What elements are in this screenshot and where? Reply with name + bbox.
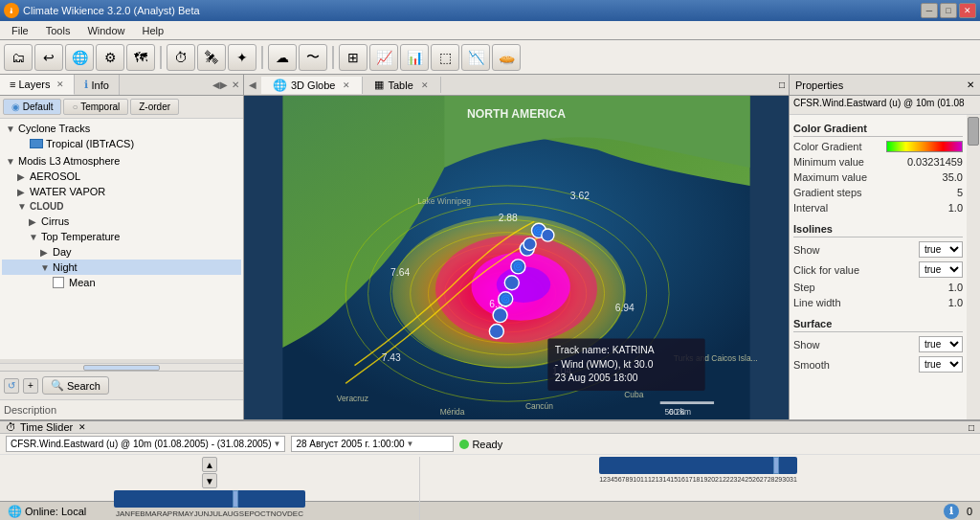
right-track-bar[interactable] bbox=[599, 457, 797, 474]
layer-color-icon bbox=[30, 139, 43, 148]
timeslider-title: Time Slider bbox=[20, 421, 73, 433]
line-width-label: Line width bbox=[793, 297, 905, 308]
subtab-default[interactable]: ◉ Default bbox=[3, 99, 61, 115]
left-track-thumb[interactable] bbox=[233, 490, 238, 508]
layer-time-label: CFSR.Wind.Eastward (u) @ 10m (01.08.2005… bbox=[11, 439, 272, 449]
surface-show-select[interactable]: true false bbox=[919, 336, 963, 352]
toolbar-btn-bar[interactable]: 📊 bbox=[400, 44, 429, 71]
timeslider-close[interactable]: ✕ bbox=[78, 422, 86, 432]
toolbar-btn-cloud[interactable]: ☁ bbox=[268, 44, 297, 71]
menu-help[interactable]: Help bbox=[135, 23, 172, 38]
current-time-dropdown[interactable]: 28 Август 2005 г. 1:00:00 ▼ bbox=[291, 436, 454, 452]
svg-point-27 bbox=[489, 324, 503, 338]
toolbar-sep-2 bbox=[261, 46, 263, 69]
tree-item-cyclone-tracks[interactable]: ▼ Cyclone Tracks bbox=[2, 121, 241, 136]
center-left-btn[interactable]: ◀ bbox=[249, 79, 256, 90]
max-val: 35.0 bbox=[905, 171, 963, 183]
tree-item-water-vapor[interactable]: ▶ WATER VAPOR bbox=[2, 184, 241, 199]
toolbar-btn-select[interactable]: ⬚ bbox=[431, 44, 459, 71]
toolbar-btn-2[interactable]: ↩ bbox=[34, 44, 63, 71]
add-btn[interactable]: + bbox=[23, 378, 38, 394]
search-button[interactable]: 🔍 Search bbox=[42, 376, 109, 395]
tree-item-day[interactable]: ▶ Day bbox=[2, 244, 241, 260]
tree-item-aerosol[interactable]: ▶ AEROSOL bbox=[2, 169, 241, 184]
panel-nav-btn[interactable]: ◀▶ bbox=[212, 79, 228, 90]
day-26: 26 bbox=[752, 476, 760, 483]
tab-layers-close[interactable]: ✕ bbox=[56, 79, 64, 89]
toolbar-btn-wave[interactable]: 〜 bbox=[299, 44, 327, 71]
layers-icon: ≡ bbox=[10, 79, 15, 90]
right-track-thumb[interactable] bbox=[773, 457, 779, 474]
svg-text:2.88: 2.88 bbox=[499, 213, 518, 223]
toolbar-btn-gear[interactable]: ⚙ bbox=[96, 44, 124, 71]
timeline-down-btn[interactable]: ▼ bbox=[202, 473, 217, 488]
toolbar-btn-curve[interactable]: 📈 bbox=[369, 44, 398, 71]
subtab-temporal[interactable]: ○ Temporal bbox=[63, 99, 128, 115]
timeslider-maxbtn[interactable]: □ bbox=[969, 422, 974, 433]
tab-globe-close[interactable]: ✕ bbox=[343, 80, 350, 90]
properties-close[interactable]: ✕ bbox=[967, 79, 974, 90]
gradient-bar[interactable] bbox=[886, 141, 963, 152]
svg-rect-40 bbox=[660, 401, 714, 404]
timeline-up-btn[interactable]: ▲ bbox=[202, 457, 217, 472]
minimize-button[interactable]: ─ bbox=[921, 3, 938, 18]
toolbar-btn-clock[interactable]: ⏱ bbox=[167, 44, 195, 71]
mean-checkbox[interactable] bbox=[53, 277, 64, 288]
toolbar-btn-line[interactable]: 📉 bbox=[461, 44, 490, 71]
menu-window[interactable]: Window bbox=[79, 23, 132, 38]
tree-item-cirrus[interactable]: ▶ Cirrus bbox=[2, 214, 241, 229]
close-button[interactable]: ✕ bbox=[959, 3, 976, 18]
menu-file[interactable]: File bbox=[4, 23, 36, 38]
smooth-select[interactable]: true false bbox=[919, 356, 963, 373]
gradient-label: Color Gradient bbox=[793, 141, 886, 152]
section-surface: Surface bbox=[793, 314, 963, 332]
tree-item-top-temp[interactable]: ▼ Top Temperature bbox=[2, 229, 241, 244]
toolbar-btn-map[interactable]: 🗺 bbox=[126, 44, 155, 71]
isolines-show-select[interactable]: true false bbox=[919, 241, 963, 258]
click-val-select[interactable]: true false bbox=[919, 261, 963, 278]
day-25: 25 bbox=[745, 476, 752, 483]
subtab-temporal-label: Temporal bbox=[80, 102, 120, 112]
toolbar-btn-star[interactable]: ✦ bbox=[228, 44, 256, 71]
online-label: Online: Local bbox=[25, 506, 86, 517]
panel-close-btn[interactable]: ✕ bbox=[232, 79, 239, 90]
toolbar-btn-satellite[interactable]: 🛰 bbox=[197, 44, 226, 71]
refresh-btn[interactable]: ↺ bbox=[4, 378, 19, 394]
tree-item-modis[interactable]: ▼ Modis L3 Atmosphere bbox=[2, 153, 241, 169]
map-container[interactable]: 3.62 2.88 7.64 6.95 6.94 7.43 1.04 6.26 bbox=[244, 96, 789, 419]
tab-3d-globe[interactable]: 🌐 3D Globe ✕ bbox=[261, 77, 363, 94]
layer-sub-tabs: ◉ Default ○ Temporal Z-order bbox=[0, 96, 243, 119]
current-time-label: 28 Август 2005 г. 1:00:00 bbox=[296, 439, 404, 449]
day-14: 14 bbox=[663, 476, 671, 483]
tree-item-tropical[interactable]: Tropical (IBTrACS) bbox=[2, 136, 241, 151]
left-track-bar[interactable] bbox=[114, 490, 305, 508]
tree-item-mean[interactable]: Mean bbox=[2, 275, 241, 290]
info-icon: ℹ bbox=[84, 79, 88, 91]
tab-layers-label: Layers bbox=[18, 79, 50, 90]
tab-layers[interactable]: ≡ Layers ✕ bbox=[0, 75, 75, 95]
center-max-btn[interactable]: □ bbox=[779, 79, 785, 90]
maximize-button[interactable]: □ bbox=[940, 3, 957, 18]
tab-table-close[interactable]: ✕ bbox=[421, 80, 429, 90]
toolbar-btn-1[interactable]: 🗂 bbox=[4, 44, 33, 71]
menu-tools[interactable]: Tools bbox=[38, 23, 78, 38]
tree-item-night[interactable]: ▼ Night bbox=[2, 260, 241, 275]
toolbar-btn-pie[interactable]: 🥧 bbox=[492, 44, 521, 71]
toolbar: 🗂 ↩ 🌐 ⚙ 🗺 ⏱ 🛰 ✦ ☁ 〜 ⊞ 📈 📊 ⬚ 📉 🥧 bbox=[0, 40, 980, 75]
svg-text:Veracruz: Veracruz bbox=[337, 394, 368, 403]
subtab-zorder[interactable]: Z-order bbox=[130, 99, 179, 115]
toolbar-btn-globe[interactable]: 🌐 bbox=[65, 44, 94, 71]
toolbar-btn-grid[interactable]: ⊞ bbox=[339, 44, 368, 71]
subtab-default-icon: ◉ bbox=[11, 102, 20, 112]
layer-time-dropdown[interactable]: CFSR.Wind.Eastward (u) @ 10m (01.08.2005… bbox=[6, 436, 285, 452]
right-panel-scrollbar[interactable] bbox=[967, 115, 980, 419]
layer-tree: ▼ Cyclone Tracks Tropical (IBTrACS) ▼ Mo… bbox=[0, 119, 243, 359]
prop-row-min: Minimum value 0.03231459 bbox=[793, 154, 963, 170]
tab-info[interactable]: ℹ Info bbox=[75, 75, 119, 95]
status-label: Ready bbox=[472, 439, 502, 450]
tree-item-cloud[interactable]: ▼ CLOUD bbox=[2, 199, 241, 214]
info-icon[interactable]: ℹ bbox=[944, 504, 959, 519]
tab-table[interactable]: ▦ Table ✕ bbox=[363, 77, 440, 93]
expand-icon-toptemp: ▼ bbox=[29, 232, 38, 242]
max-val-label: Maximum value bbox=[793, 171, 905, 183]
